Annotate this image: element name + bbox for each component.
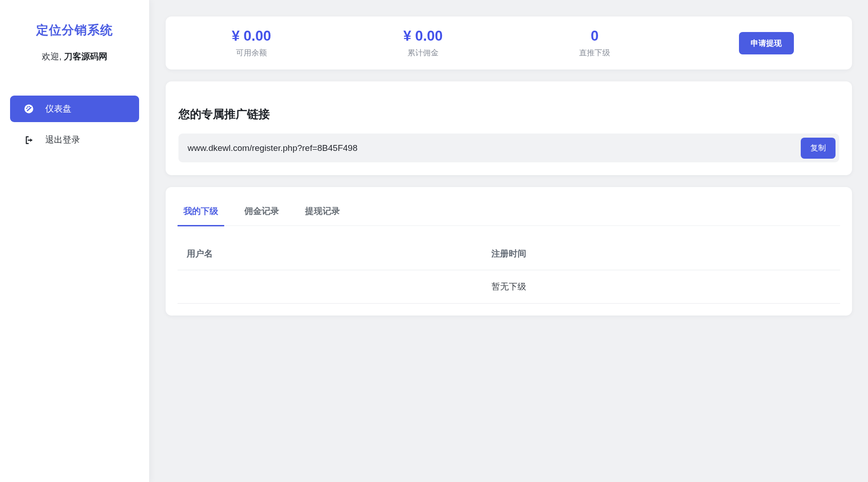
stat-direct-referrals: 0 直推下级 (509, 28, 680, 58)
sidebar-item-logout[interactable]: 退出登录 (10, 127, 139, 153)
table-header-row: 用户名 注册时间 (178, 238, 840, 270)
stats-card: ¥ 0.00 可用余额 ¥ 0.00 累计佣金 0 直推下级 申请提现 (166, 16, 852, 70)
referral-link-box[interactable]: www.dkewl.com/register.php?ref=8B45F498 … (178, 134, 839, 162)
stat-value: 0 (509, 28, 680, 44)
sidebar-item-label: 退出登录 (45, 134, 80, 146)
subordinates-table: 用户名 注册时间 暂无下级 (178, 238, 840, 304)
table-empty-row: 暂无下级 (178, 270, 840, 304)
sidebar: 定位分销系统 欢迎,刀客源码网 仪表盘 (0, 0, 150, 482)
welcome-text: 欢迎,刀客源码网 (0, 51, 149, 63)
stat-label: 累计佣金 (337, 48, 509, 58)
column-header-username: 用户名 (178, 238, 482, 270)
dashboard-icon (24, 104, 34, 114)
sidebar-item-dashboard[interactable]: 仪表盘 (10, 96, 139, 122)
withdraw-button[interactable]: 申请提现 (739, 32, 794, 54)
copy-button[interactable]: 复制 (801, 138, 836, 159)
stat-label: 直推下级 (509, 48, 680, 58)
tab-my-subordinates[interactable]: 我的下级 (178, 199, 224, 226)
stat-label: 可用余额 (166, 48, 337, 58)
logout-icon (24, 135, 34, 145)
sidebar-menu: 仪表盘 退出登录 (0, 96, 149, 153)
stat-value: ¥ 0.00 (337, 28, 509, 44)
promo-card: 您的专属推广链接 www.dkewl.com/register.php?ref=… (166, 81, 852, 175)
referral-link[interactable]: www.dkewl.com/register.php?ref=8B45F498 (178, 143, 801, 153)
sidebar-item-label: 仪表盘 (45, 103, 71, 115)
tab-commission-records[interactable]: 佣金记录 (238, 199, 285, 226)
stat-value: ¥ 0.00 (166, 28, 337, 44)
welcome-prefix: 欢迎, (42, 52, 61, 61)
records-tabs: 我的下级 佣金记录 提现记录 (178, 199, 840, 226)
promo-heading: 您的专属推广链接 (178, 107, 839, 122)
stat-available-balance: ¥ 0.00 可用余额 (166, 28, 337, 58)
app-title: 定位分销系统 (0, 22, 149, 38)
tab-withdrawal-records[interactable]: 提现记录 (299, 199, 346, 226)
stat-action-area: 申请提现 (680, 32, 852, 54)
main-content: ¥ 0.00 可用余额 ¥ 0.00 累计佣金 0 直推下级 申请提现 您的专属… (150, 0, 868, 482)
records-card: 我的下级 佣金记录 提现记录 用户名 注册时间 暂无下级 (166, 187, 852, 316)
welcome-username: 刀客源码网 (64, 52, 108, 61)
empty-state-text: 暂无下级 (178, 270, 840, 304)
column-header-register-time: 注册时间 (482, 238, 840, 270)
stat-total-commission: ¥ 0.00 累计佣金 (337, 28, 509, 58)
